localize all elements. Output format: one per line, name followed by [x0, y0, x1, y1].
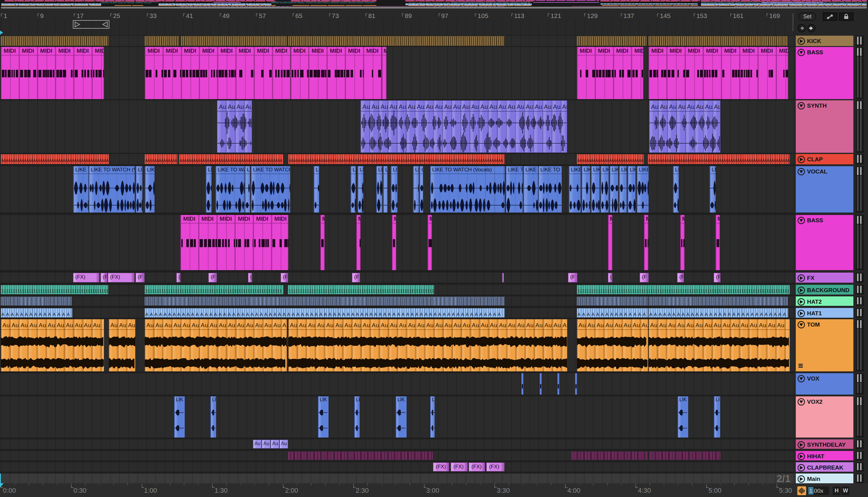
svg-text:111111111111111111111111111111: 1111111111111111111111111111111111111111…: [1, 288, 108, 293]
svg-text:111111111111111111111111111111: 1111111111111111111111111111111111111111…: [145, 288, 282, 293]
svg-text:AAAAAAAAAAAAAAAAAAAAAAAAAAAAAA: AAAAAAAAAAAAAAAAAAAAAAAAAAAAAA: [650, 312, 786, 317]
svg-text:Au Au Au Au Au Au Au Au: Au Au Au Au Au Au Au Au: [578, 322, 648, 328]
svg-text:Au Au Au Au: Au Au Au Au: [219, 103, 252, 110]
svg-text:Au Au Au Au Au Au Au Au Au Au: Au Au Au Au Au Au Au Au Au Au Au Au Au A…: [650, 322, 784, 328]
svg-text:Au Au Au Au Au Au Au Au Au Au: Au Au Au Au Au Au Au Au Au Au Au Au Au A…: [362, 103, 567, 110]
svg-text:AAAAAAAAAAAAAAAAAAAAAAAAAAAAAA: AAAAAAAAAAAAAAAAAAAAAAAAAAAAAAAAAAAAAAAA…: [180, 158, 283, 163]
svg-text:AAAAAAAAAAAAAA: AAAAAAAAAAAAAA: [145, 158, 177, 163]
svg-text:Au Au Au Au Au Au Au Au Au Au: Au Au Au Au Au Au Au Au Au Au Au Au Au A…: [146, 322, 287, 328]
svg-text:Au Au Au Au Au Au Au Au Au Au: Au Au Au Au Au Au Au Au Au Au Au: [2, 322, 100, 328]
svg-text:Au Au Au: Au Au Au: [110, 322, 135, 328]
svg-text:111111111111111111111111111111: 1111111111111111111111111111111111111111…: [289, 288, 434, 293]
svg-text:AAAAAAAAAAAAAAAAAAAAAAAAAAAAAA: AAAAAAAAAAAAAAAAAAAAAAAAAAAAAAAAAAAAAAAA…: [1, 158, 109, 163]
svg-text:AAAAAAAAAAAAAAAAAAAAAAAAAAAAA: AAAAAAAAAAAAAAAAAAAAAAAAAAAAA: [578, 158, 644, 163]
svg-text:AAAAAAAAAAAAAAA: AAAAAAAAAAAAAAA: [578, 312, 646, 317]
svg-text:AAAAAAAAAAAAAAAAAAAAAAAAAAAAAA: AAAAAAAAAAAAAAAAAAAAAAAAAAAAAAAAAAAAAAAA…: [145, 312, 501, 317]
svg-text:111111111111111111111111111111: 1111111111111111111111111111111111111111…: [578, 288, 790, 293]
svg-text:Au Au Au Au Au Au Au Au: Au Au Au Au Au Au Au Au: [651, 103, 721, 110]
svg-text:Au Au Au Au Au Au Au Au Au Au: Au Au Au Au Au Au Au Au Au Au Au Au Au A…: [290, 322, 567, 328]
svg-text:AAAAAAAAAAAAAAA: AAAAAAAAAAAAAAA: [1, 312, 70, 317]
svg-text:AAAAAAAAAAAAAAAAAAAAAAAAAAAAAA: AAAAAAAAAAAAAAAAAAAAAAAAAAAAAAAAAAAAAAAA…: [289, 158, 503, 163]
svg-text:AAAAAAAAAAAAAAAAAAAAAAAAAAAAAA: AAAAAAAAAAAAAAAAAAAAAAAAAAAAAAAAAAAAAAAA…: [649, 158, 790, 163]
